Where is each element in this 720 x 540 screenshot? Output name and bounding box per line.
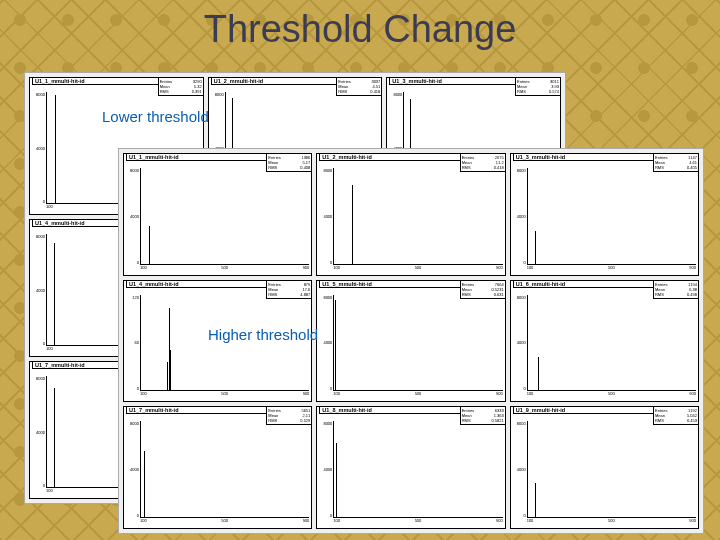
panel-title: U1_9_mmulti-hit-id [513, 406, 672, 414]
panel-title: U1_7_mmulti-hit-id [126, 406, 285, 414]
panel-title: U1_1_mmulti-hit-id [32, 77, 177, 85]
panel-title: U1_4_mmulti-hit-id [126, 280, 285, 288]
hist-panel: U1_3_mmulti-hit-id Entries1147 Mean4.61 … [510, 153, 699, 276]
plot-area: 040008000 100500900 [527, 421, 696, 518]
panel-title: U1_6_mmulti-hit-id [513, 280, 672, 288]
hist-panel: U1_5_mmulti-hit-id Entries7664 Mean0.523… [316, 280, 505, 403]
plot-area: 040008000 100500900 [333, 168, 502, 265]
panel-title: U1_1_mmulti-hit-id [126, 153, 285, 161]
data-spike [170, 350, 171, 392]
hist-panel: U1_2_mmulti-hit-id Entries2675 Mean11.2 … [316, 153, 505, 276]
plot-area: 040008000 100500900 [527, 295, 696, 392]
panel-title: U1_2_mmulti-hit-id [319, 153, 478, 161]
data-spike [336, 443, 337, 518]
hist-panel: U1_1_mmulti-hit-id Entries1386 Mean5.17 … [123, 153, 312, 276]
panel-title: U1_3_mmulti-hit-id [389, 77, 534, 85]
canvas-higher-threshold: U1_1_mmulti-hit-id Entries1386 Mean5.17 … [118, 148, 704, 534]
data-spike [144, 451, 145, 518]
annotation-higher-threshold: Higher threshold [208, 326, 318, 343]
plot-area: 040008000 100500900 [333, 421, 502, 518]
plot-area: 040008000 100500900 [140, 168, 309, 265]
data-spike [54, 388, 55, 488]
annotation-lower-threshold: Lower threshold [102, 108, 209, 125]
plot-area: 040008000 100500900 [333, 295, 502, 392]
panel-title: U1_8_mmulti-hit-id [319, 406, 478, 414]
plot-area: 040008000 100500900 [140, 421, 309, 518]
panel-title: U1_3_mmulti-hit-id [513, 153, 672, 161]
hist-panel: U1_7_mmulti-hit-id Entries5651 Mean2.11 … [123, 406, 312, 529]
hist-panel: U1_8_mmulti-hit-id Entries6333 Mean1.363… [316, 406, 505, 529]
data-spike [535, 483, 536, 518]
data-spike [55, 195, 56, 204]
panel-title: U1_2_mmulti-hit-id [211, 77, 356, 85]
data-spike [535, 231, 536, 265]
data-spike [54, 243, 55, 346]
panel-title: U1_5_mmulti-hit-id [319, 280, 478, 288]
data-spike [55, 95, 56, 204]
plot-area: 040008000 100500900 [527, 168, 696, 265]
slide-title: Threshold Change [0, 8, 720, 51]
data-spike [149, 226, 150, 265]
data-spike [335, 300, 336, 392]
data-spike [538, 357, 539, 392]
hist-panel: U1_6_mmulti-hit-id Entries1194 Mean6.38 … [510, 280, 699, 403]
data-spike [352, 185, 353, 264]
hist-panel: U1_9_mmulti-hit-id Entries1192 Mean5.042… [510, 406, 699, 529]
